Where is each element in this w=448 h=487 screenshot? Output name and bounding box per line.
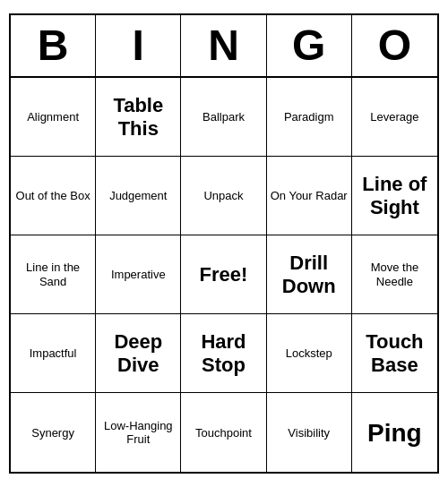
bingo-cell-19: Touch Base [352,314,437,393]
bingo-cell-1: Table This [96,78,181,157]
bingo-cell-7: Unpack [181,157,266,235]
bingo-cell-0: Alignment [11,78,96,157]
bingo-cell-22: Touchpoint [181,393,266,472]
bingo-cell-23: Visibility [267,393,352,472]
bingo-cell-24: Ping [352,393,437,472]
bingo-letter-n: N [181,15,266,77]
bingo-letter-o: O [352,15,437,77]
bingo-grid: AlignmentTable ThisBallparkParadigmLever… [11,78,437,472]
bingo-cell-8: On Your Radar [267,157,352,235]
bingo-cell-2: Ballpark [181,78,266,157]
bingo-cell-21: Low-Hanging Fruit [96,393,181,472]
bingo-cell-6: Judgement [96,157,181,235]
bingo-cell-20: Synergy [11,393,96,472]
bingo-card: BINGO AlignmentTable ThisBallparkParadig… [9,13,439,474]
bingo-cell-16: Deep Dive [96,314,181,393]
bingo-cell-9: Line of Sight [352,157,437,235]
bingo-cell-13: Drill Down [267,235,352,314]
bingo-cell-10: Line in the Sand [11,235,96,314]
bingo-cell-4: Leverage [352,78,437,157]
bingo-header: BINGO [11,15,437,79]
bingo-letter-b: B [11,15,96,77]
bingo-letter-i: I [96,15,181,77]
bingo-letter-g: G [267,15,352,77]
bingo-cell-18: Lockstep [267,314,352,393]
bingo-cell-5: Out of the Box [11,157,96,235]
bingo-cell-11: Imperative [96,235,181,314]
bingo-cell-12: Free! [181,235,266,314]
bingo-cell-3: Paradigm [267,78,352,157]
bingo-cell-17: Hard Stop [181,314,266,393]
bingo-cell-14: Move the Needle [352,235,437,314]
bingo-cell-15: Impactful [11,314,96,393]
